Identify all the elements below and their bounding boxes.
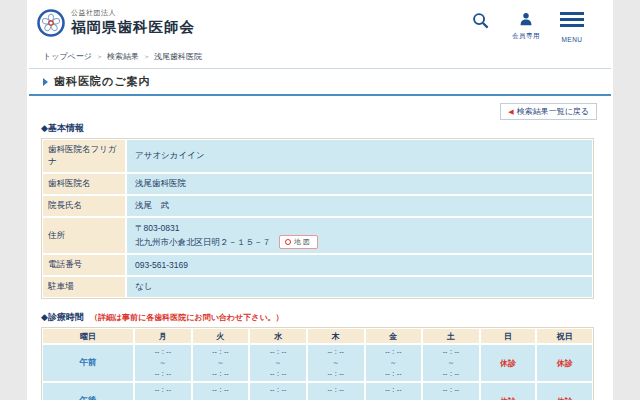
postal-code: 〒803-0831: [135, 222, 584, 235]
time-cell: --：--～--：--: [192, 344, 250, 382]
hours-heading: ◆診療時間: [41, 312, 84, 322]
row-label: 駐車場: [42, 276, 126, 298]
address-line: 北九州市小倉北区日明２－１５－７地図: [135, 235, 584, 250]
hours-heading-row: ◆診療時間（詳細は事前に各歯科医院にお問い合わせ下さい。）: [41, 311, 611, 324]
table-row: 歯科医院名フリガナ アサオシカイイン: [42, 139, 593, 173]
row-label: 住所: [42, 217, 126, 254]
col-header: 日: [480, 328, 537, 344]
col-header: 水: [249, 328, 307, 344]
hamburger-icon: [560, 12, 584, 30]
time-cell: --：--～--：--: [249, 382, 307, 400]
time-cell: --：--～--：--: [365, 344, 423, 382]
back-to-results-link[interactable]: ◀検索結果一覧に戻る: [500, 103, 597, 120]
col-header: 曜日: [42, 328, 134, 344]
time-cell: --：--～--：--: [422, 344, 480, 382]
breadcrumb-home-link[interactable]: トップページ: [43, 52, 92, 61]
closed-cell: 休診: [536, 382, 593, 400]
hours-note: （詳細は事前に各歯科医院にお問い合わせ下さい。）: [90, 313, 284, 322]
row-label: 歯科医院名: [42, 173, 126, 195]
row-label-morning: 午前: [42, 344, 134, 382]
row-label: 歯科医院名フリガナ: [42, 139, 126, 173]
time-cell: --：--～--：--: [134, 382, 192, 400]
breadcrumb-current: 浅尾歯科医院: [154, 52, 202, 61]
map-button-label: 地図: [294, 238, 312, 245]
table-row: 院長氏名 浅尾 武: [42, 195, 593, 217]
map-button[interactable]: 地図: [279, 235, 318, 250]
member-person-icon: [519, 12, 533, 26]
header-icons: 会員専用 MENU: [457, 12, 595, 43]
hours-header-row: 曜日 月 火 水 木 金 土 日 祝日: [42, 328, 593, 344]
hours-row-morning: 午前 --：--～--：-- --：--～--：-- --：--～--：-- -…: [42, 344, 593, 382]
breadcrumb-separator: ＞: [143, 53, 150, 60]
table-row: 駐車場 なし: [42, 276, 593, 298]
time-cell: --：--～--：--: [192, 382, 250, 400]
back-link-label: 検索結果一覧に戻る: [517, 107, 589, 116]
closed-cell: 休診: [480, 382, 537, 400]
row-value: アサオシカイイン: [126, 139, 593, 173]
breadcrumb: トップページ＞検索結果＞浅尾歯科医院: [43, 51, 611, 62]
brand[interactable]: 公益社団法人 福岡県歯科医師会: [37, 8, 195, 37]
hours-table: 曜日 月 火 水 木 金 土 日 祝日 午前 --：--～--：-- --：--…: [41, 327, 594, 400]
address-text: 北九州市小倉北区日明２－１５－７: [135, 237, 271, 247]
row-label: 電話番号: [42, 254, 126, 276]
org-name-title: 福岡県歯科医師会: [71, 18, 195, 37]
title-arrow-icon: [43, 78, 48, 86]
table-row: 電話番号 093-561-3169: [42, 254, 593, 276]
page-title: 歯科医院のご案内: [54, 74, 151, 89]
col-header: 土: [422, 328, 480, 344]
closed-cell: 休診: [480, 344, 537, 382]
row-value-phone: 093-561-3169: [126, 254, 593, 276]
basic-info-heading: ◆基本情報: [41, 122, 611, 135]
time-cell: --：--～--：--: [134, 344, 192, 382]
association-logo-icon: [37, 9, 65, 37]
row-value: なし: [126, 276, 593, 298]
time-cell: --：--～--：--: [307, 382, 365, 400]
map-pin-icon: [285, 239, 291, 245]
row-label: 院長氏名: [42, 195, 126, 217]
table-row-address: 住所 〒803-0831 北九州市小倉北区日明２－１５－７地図: [42, 217, 593, 254]
page-container: 公益社団法人 福岡県歯科医師会 会員専用 MENU: [27, 0, 613, 400]
search-button[interactable]: [457, 12, 503, 33]
site-header: 公益社団法人 福岡県歯科医師会 会員専用 MENU: [29, 0, 611, 43]
search-icon: [472, 12, 489, 29]
brand-text: 公益社団法人 福岡県歯科医師会: [71, 8, 195, 37]
col-header: 月: [134, 328, 192, 344]
table-row: 歯科医院名 浅尾歯科医院: [42, 173, 593, 195]
menu-button[interactable]: MENU: [549, 12, 595, 43]
back-link-row: ◀検索結果一覧に戻る: [29, 100, 597, 120]
closed-cell: 休診: [536, 344, 593, 382]
basic-info-table: 歯科医院名フリガナ アサオシカイイン 歯科医院名 浅尾歯科医院 院長氏名 浅尾 …: [41, 138, 594, 299]
col-header: 木: [307, 328, 365, 344]
time-cell: --：--～--：--: [307, 344, 365, 382]
page-title-bar: 歯科医院のご案内: [29, 68, 611, 96]
back-arrow-icon: ◀: [508, 108, 513, 115]
row-value-address: 〒803-0831 北九州市小倉北区日明２－１５－７地図: [126, 217, 593, 254]
row-value: 浅尾 武: [126, 195, 593, 217]
time-cell: --：--～--：--: [365, 382, 423, 400]
member-area-label: 会員専用: [503, 32, 549, 41]
menu-label: MENU: [549, 36, 595, 43]
time-cell: --：--～--：--: [422, 382, 480, 400]
col-header: 火: [192, 328, 250, 344]
org-type-label: 公益社団法人: [71, 8, 195, 18]
row-label-afternoon: 午後: [42, 382, 134, 400]
breadcrumb-separator: ＞: [96, 53, 103, 60]
member-area-button[interactable]: 会員専用: [503, 12, 549, 41]
time-cell: --：--～--：--: [249, 344, 307, 382]
col-header: 金: [365, 328, 423, 344]
row-value: 浅尾歯科医院: [126, 173, 593, 195]
col-header: 祝日: [536, 328, 593, 344]
breadcrumb-results-link[interactable]: 検索結果: [107, 52, 139, 61]
hours-row-afternoon: 午後 --：--～--：-- --：--～--：-- --：--～--：-- -…: [42, 382, 593, 400]
